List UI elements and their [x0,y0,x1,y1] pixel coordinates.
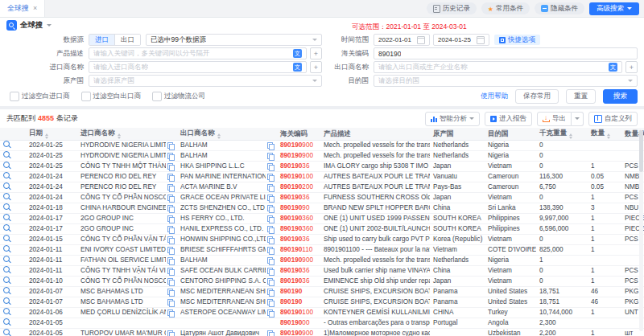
table-row[interactable]: 2024-01-11CÔNG TY TNHH VẬN TẢI VIỆT THUẬ… [0,266,644,277]
table-row[interactable]: 2024-01-07MSC BAHAMAS LTDMSC MEDITERRANE… [0,297,644,308]
cell-hscode[interactable]: 890190900 [277,329,320,336]
table-row[interactable]: 2024-01-15CÔNG TY CỔ PHẦN VẬN TẢI VÀ TIẾ… [0,235,644,245]
history-button[interactable]: 历史记录 [427,2,477,14]
cell-hscode[interactable]: 89019036 [277,193,320,203]
chevron-down-icon[interactable] [47,24,52,27]
reset-button[interactable]: 重置 [566,89,596,104]
table-row[interactable]: 2024-01-10CÔNG TY CỔ PHẦN NOSCO SHIPYARD… [0,277,644,287]
product-desc-input[interactable]: 请输入关键词，多关键词间以分号隔开 [89,47,307,59]
cell-hscode[interactable]: 89019036 [277,277,320,287]
copy-icon[interactable] [267,268,274,275]
table-row[interactable]: 2024-01-24PERENCO RIO DEL REYPAN MARINE … [0,172,644,182]
magnifier-icon[interactable] [3,162,10,168]
column-header-exporter[interactable]: 出口商名称 [177,128,277,141]
cell-view[interactable] [0,203,26,214]
table-row[interactable]: 2024-01-24CÔNG TY CỔ PHẦN NOSCO SHIPYARD… [0,193,644,203]
cell-hscode[interactable]: 89019036 [277,235,320,245]
copy-icon[interactable] [267,226,274,233]
cell-hscode[interactable]: 890190360 [277,214,320,224]
cell-hscode[interactable]: 890190100 [277,172,320,182]
filter-logistics-checkbox[interactable]: 过滤物流公司 [152,92,205,101]
table-row[interactable]: 2024-01-05TUROPOV UMAR MA'MUR O'G'LIЦату… [0,329,644,336]
magnifier-icon[interactable] [3,256,10,262]
copy-icon[interactable] [167,289,174,296]
vertical-scrollbar[interactable] [639,130,643,331]
column-header-importer[interactable]: 进口商名称 [77,128,177,141]
cell-view[interactable] [0,297,26,308]
cell-hscode[interactable]: 890190900 [277,256,320,266]
cell-hscode[interactable]: 89019090 [277,203,320,214]
hide-conditions-button[interactable]: 隐藏条件 [535,2,584,14]
cell-hscode[interactable]: 890190360 [277,224,320,235]
table-row[interactable]: 2024-01-18CHINA HARBOUR ENGINEERING CO L… [0,203,644,214]
cell-hscode[interactable]: 890190200 [277,182,320,193]
table-row[interactable]: 2024-01-25HYDRODIVE NIGERIA LIMITEDBALHA… [0,151,644,162]
cell-view[interactable] [0,182,26,193]
copy-icon[interactable] [267,153,274,160]
copy-icon[interactable] [267,215,274,223]
export-button[interactable]: 导出 [537,112,572,126]
cell-view[interactable] [0,214,26,224]
cell-hscode[interactable]: 890190110 [277,245,320,256]
magnifier-icon[interactable] [3,193,10,199]
copy-icon[interactable] [167,257,174,264]
magnifier-icon[interactable] [3,214,10,220]
cell-hscode[interactable]: 89019036 [277,266,320,277]
cell-view[interactable] [0,266,26,277]
magnifier-icon[interactable] [3,245,10,252]
magnifier-icon[interactable] [3,224,10,231]
end-date-input[interactable]: 2024-01-25 [433,34,489,46]
cell-hscode[interactable]: 89019000 [277,318,320,329]
cell-view[interactable] [0,172,26,182]
expand-icon[interactable] [310,47,322,59]
magnifier-icon[interactable] [3,141,10,147]
cell-view[interactable] [0,318,26,329]
filter-empty-importer-checkbox[interactable]: 过滤空白进口商 [10,92,70,101]
save-conditions-button[interactable]: 保存常用 [515,89,559,104]
table-row[interactable]: 2024-01-11FATHAN OIL SERVICE LIMITEDBALH… [0,256,644,266]
copy-icon[interactable] [267,278,274,285]
table-row[interactable]: 2024-01-06MED ÇORLU DENİZCİLİK ANONİM Şİ… [0,308,644,318]
help-link[interactable]: 使用帮助 [481,92,508,101]
copy-icon[interactable] [267,142,274,150]
smart-analysis-button[interactable]: 智能分析 [425,112,480,126]
copy-icon[interactable] [167,247,174,254]
exporter-input[interactable]: 请输入出口商或生产企业名称 [374,61,622,73]
copy-icon[interactable] [167,330,174,336]
import-segment[interactable]: 进口 [89,35,114,45]
sort-icon[interactable] [118,133,121,139]
magnifier-icon[interactable] [3,287,10,293]
magnifier-icon[interactable] [3,318,10,325]
copy-icon[interactable] [267,257,274,264]
copy-icon[interactable] [167,236,174,244]
copy-icon[interactable] [167,163,174,170]
export-segment[interactable]: 出口 [114,35,140,45]
cell-view[interactable] [0,193,26,203]
table-row[interactable]: 2024-01-24PERENCO RIO DEL REYACTA MARINE… [0,182,644,193]
copy-icon[interactable] [167,205,174,212]
customize-columns-button[interactable]: 自定义列 [588,112,638,126]
copy-icon[interactable] [167,299,174,306]
cell-hscode[interactable]: 890190900 [277,141,320,151]
magnifier-icon[interactable] [3,277,10,283]
origin-country-select[interactable]: 请选择原产国 [89,75,322,87]
copy-icon[interactable] [267,205,274,212]
cell-hscode[interactable]: 890190900 [277,151,320,162]
tab-global-search[interactable]: 全球搜 [0,0,45,17]
cell-view[interactable] [0,329,26,336]
copy-icon[interactable] [167,309,174,317]
filter-empty-exporter-checkbox[interactable]: 过滤空白出口商 [81,92,142,101]
copy-icon[interactable] [167,215,174,223]
translate-icon[interactable] [293,63,302,72]
checkbox-icon[interactable] [10,92,19,101]
checkbox-icon[interactable] [152,92,162,101]
copy-icon[interactable] [267,309,274,317]
dest-country-select[interactable]: 请选择目的国 [374,75,638,87]
copy-icon[interactable] [167,153,174,160]
data-source-select[interactable]: 已选中99个数据源 [146,34,322,46]
translate-icon[interactable] [609,63,617,72]
copy-icon[interactable] [267,236,274,244]
magnifier-icon[interactable] [3,266,10,272]
magnifier-icon[interactable] [3,308,10,314]
magnifier-icon[interactable] [3,182,10,189]
